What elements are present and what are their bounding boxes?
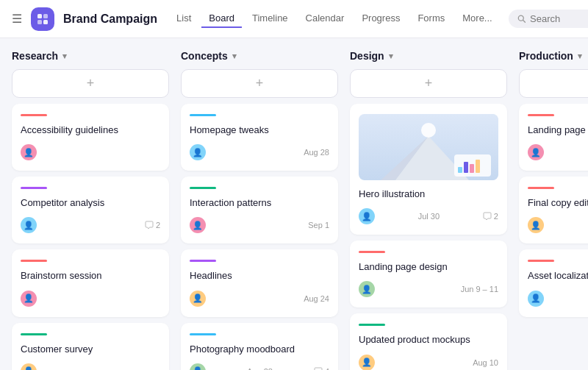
comment-icon [145,221,154,230]
svg-rect-0 [37,14,42,18]
svg-rect-13 [470,164,474,173]
card[interactable]: Landing page assets 👤 Jun 18 [519,104,588,171]
add-card-button-design[interactable]: + [350,69,507,98]
tab-more[interactable]: More... [455,10,499,28]
card-footer: 👤 Jun 2 [528,291,588,307]
card-title: Accessibility guidelines [21,124,160,137]
card[interactable]: Hero illustration 👤 Jul 30 2 [350,104,507,235]
card-footer: 👤 Aug 28 4 [190,363,329,370]
column-title-production: Production [519,50,573,62]
avatar: 👤 [359,355,375,370]
card[interactable]: Accessibility guidelines 👤 [12,104,169,171]
card-stripe [21,260,47,262]
avatar: 👤 [21,217,37,233]
svg-rect-12 [464,162,468,173]
card[interactable]: Customer survey 👤 [12,323,169,370]
search-box[interactable] [509,10,588,28]
card-footer: 👤 [21,363,160,370]
card-title: Competitor analysis [21,196,160,210]
card-stripe [528,187,554,189]
card-stripe [190,260,216,262]
card-title: Asset localization [528,269,588,282]
svg-line-5 [523,20,525,22]
card-stripe [190,114,216,116]
chevron-down-icon: ▾ [389,51,393,61]
add-card-button-concepts[interactable]: + [181,69,338,98]
card-title: Interaction patterns [190,196,329,210]
card[interactable]: Headlines 👤 Aug 24 [181,249,338,316]
chevron-down-icon: ▾ [578,51,582,61]
column-design: Design▾+ [350,50,507,370]
card-footer: 👤 2 [21,217,160,233]
card-comments: 2 [145,221,160,230]
card[interactable]: Competitor analysis 👤 2 [12,177,169,243]
avatar: 👤 [190,217,206,233]
svg-rect-3 [43,20,48,24]
svg-point-9 [421,123,436,138]
card-title: Brainstorm session [21,269,160,282]
card-stripe [359,324,385,326]
card-image [359,114,498,180]
avatar: 👤 [359,281,375,297]
tab-list[interactable]: List [169,10,198,28]
card-date: Aug 28 [304,148,329,157]
card[interactable]: Photography moodboard 👤 Aug 28 4 [181,323,338,370]
column-research: Research▾+Accessibility guidelines 👤 Com… [12,50,169,370]
card[interactable]: Brainstorm session 👤 [12,249,169,316]
add-card-button-production[interactable]: + [519,69,588,98]
column-concepts: Concepts▾+Homepage tweaks 👤 Aug 28Intera… [181,50,338,370]
card-footer: 👤 Jul 30 2 [359,208,498,224]
card-footer: 👤 Jun 18 [528,144,588,160]
card[interactable]: Asset localization 👤 Jun 2 [519,249,588,316]
svg-rect-1 [43,14,48,18]
svg-rect-11 [458,167,462,173]
search-input[interactable] [530,13,588,24]
svg-rect-2 [37,20,42,24]
board: Research▾+Accessibility guidelines 👤 Com… [0,38,588,370]
avatar: 👤 [21,291,37,307]
column-title-concepts: Concepts [181,50,228,62]
card-title: Landing page design [359,260,498,274]
tab-forms[interactable]: Forms [410,10,452,28]
menu-icon[interactable]: ☰ [12,12,22,26]
card-date: Aug 10 [473,358,498,367]
column-header-production: Production▾ [519,50,588,62]
card-stripe [21,187,47,189]
card-stripe [190,187,216,189]
tab-timeline[interactable]: Timeline [245,10,295,28]
column-header-design: Design▾ [350,50,507,62]
avatar: 👤 [190,144,206,160]
tab-progress[interactable]: Progress [354,10,407,28]
card-comments: 4 [314,367,329,370]
card-stripe [21,333,47,335]
tab-board[interactable]: Board [201,10,242,28]
nav-tabs: List Board Timeline Calendar Progress Fo… [169,10,500,28]
card-stripe [190,333,216,335]
card-footer: 👤 Aug 24 [190,291,329,307]
app-icon [31,7,54,31]
card[interactable]: Final copy edits 👤 Jun 6 [519,177,588,243]
column-header-research: Research▾ [12,50,169,62]
topbar: ☰ Brand Campaign List Board Timeline Cal… [0,0,588,38]
card-date: Jul 30 [418,212,440,221]
card-stripe [528,114,554,116]
card[interactable]: Interaction patterns 👤 Sep 1 [181,177,338,243]
card[interactable]: Updated product mockups 👤 Aug 10 [350,313,507,370]
tab-calendar[interactable]: Calendar [298,10,352,28]
card-footer: 👤 Aug 10 [359,355,498,370]
avatar: 👤 [528,144,544,160]
svg-rect-14 [476,160,480,173]
card-title: Customer survey [21,343,160,356]
column-production: Production▾+Landing page assets 👤 Jun 18… [519,50,588,323]
chevron-down-icon: ▾ [232,51,237,61]
add-card-button-research[interactable]: + [12,69,169,98]
column-title-design: Design [350,50,384,62]
card[interactable]: Homepage tweaks 👤 Aug 28 [181,104,338,171]
chevron-down-icon: ▾ [62,51,67,61]
avatar: 👤 [190,363,206,370]
card-footer: 👤 Sep 1 [190,217,329,233]
card[interactable]: Landing page design 👤 Jun 9 – 11 [350,241,507,307]
card-footer: 👤 Aug 28 [190,144,329,160]
avatar: 👤 [528,291,544,307]
card-footer: 👤 [21,291,160,307]
